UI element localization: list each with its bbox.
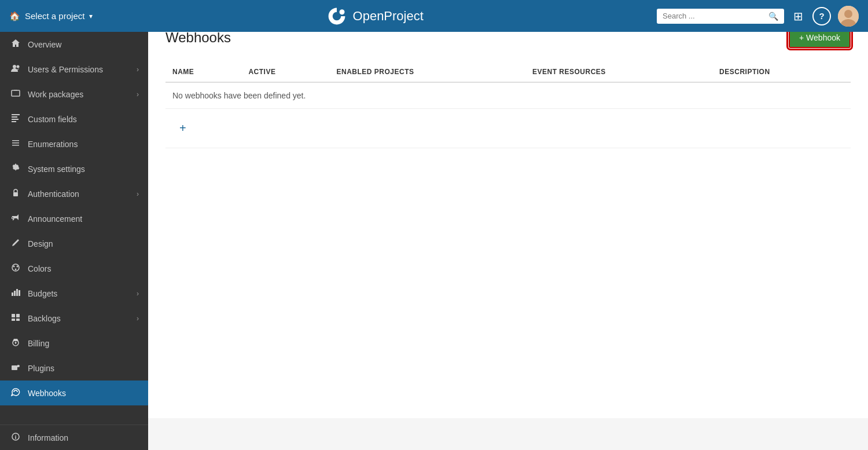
svg-rect-14 xyxy=(13,192,18,196)
table-header-active: ACTIVE xyxy=(241,62,329,82)
sidebar-item-label-overview: Overview xyxy=(28,40,139,49)
app-name-label: OpenProject xyxy=(353,9,424,24)
plugins-icon xyxy=(9,363,22,374)
svg-rect-12 xyxy=(12,142,19,144)
svg-rect-25 xyxy=(12,319,15,321)
sidebar-item-work-packages[interactable]: Work packages › xyxy=(0,82,148,107)
top-header: 🏠 Select a project ▾ OpenProject 🔍 ⊞ ? xyxy=(0,0,868,32)
search-icon: 🔍 xyxy=(768,12,778,21)
sidebar-item-authentication[interactable]: Authentication › xyxy=(0,181,148,206)
main-content: Administration ▶ Webhooks Webhooks + Web… xyxy=(148,0,868,418)
backlogs-icon xyxy=(9,313,22,324)
sidebar-item-webhooks[interactable]: Webhooks xyxy=(0,381,148,405)
svg-point-0 xyxy=(339,9,344,14)
arrow-icon: › xyxy=(137,190,139,198)
sidebar-item-label-plugins: Plugins xyxy=(28,364,139,373)
svg-rect-11 xyxy=(12,140,19,141)
svg-rect-22 xyxy=(19,290,20,296)
home-icon: 🏠 xyxy=(9,11,20,21)
sidebar-item-label-work-packages: Work packages xyxy=(28,90,137,99)
sidebar-item-colors[interactable]: Colors xyxy=(0,256,148,281)
svg-point-18 xyxy=(15,269,17,270)
work-packages-icon xyxy=(9,89,22,100)
colors-icon xyxy=(9,263,22,274)
svg-rect-10 xyxy=(12,121,16,122)
webhooks-table: NAMEACTIVEENABLED PROJECTSEVENT RESOURCE… xyxy=(165,62,851,148)
svg-point-16 xyxy=(13,266,15,268)
svg-point-2 xyxy=(844,10,852,18)
sidebar-item-label-enumerations: Enumerations xyxy=(28,140,139,149)
help-icon: ? xyxy=(819,11,824,21)
webhooks-icon xyxy=(9,387,22,398)
user-avatar[interactable] xyxy=(838,6,859,27)
sidebar-item-backlogs[interactable]: Backlogs › xyxy=(0,306,148,331)
sidebar-item-enumerations[interactable]: Enumerations xyxy=(0,131,148,156)
table-header-enabled-projects: ENABLED PROJECTS xyxy=(330,62,525,82)
sidebar-item-announcement[interactable]: Announcement xyxy=(0,206,148,231)
arrow-icon: › xyxy=(137,65,139,74)
openproject-logo-icon xyxy=(326,6,347,27)
authentication-icon xyxy=(9,188,22,199)
table-body: No webhooks have been defined yet. + xyxy=(165,82,851,148)
sidebar-item-custom-fields[interactable]: Custom fields xyxy=(0,107,148,131)
svg-rect-23 xyxy=(12,314,15,317)
billing-icon xyxy=(9,338,22,349)
table-header: NAMEACTIVEENABLED PROJECTSEVENT RESOURCE… xyxy=(165,62,851,82)
sidebar-item-label-design: Design xyxy=(28,239,139,248)
svg-point-5 xyxy=(17,65,20,68)
sidebar-item-label-backlogs: Backlogs xyxy=(28,314,137,323)
users-permissions-icon xyxy=(9,64,22,75)
search-box[interactable]: 🔍 xyxy=(657,9,784,24)
search-input[interactable] xyxy=(663,12,765,20)
sidebar-item-label-announcement: Announcement xyxy=(28,214,139,224)
sidebar-item-plugins[interactable]: Plugins xyxy=(0,356,148,381)
sidebar-item-label-budgets: Budgets xyxy=(28,289,137,298)
sidebar-item-label-webhooks: Webhooks xyxy=(28,389,139,398)
app-logo-area: OpenProject xyxy=(326,6,424,27)
sidebar-item-billing[interactable]: Billing xyxy=(0,331,148,356)
enumerations-icon xyxy=(9,138,22,149)
svg-rect-21 xyxy=(16,289,18,296)
sidebar-item-label-billing: Billing xyxy=(28,339,139,348)
sidebar-item-system-settings[interactable]: System settings xyxy=(0,156,148,181)
header-actions: 🔍 ⊞ ? xyxy=(657,6,859,27)
project-selector[interactable]: 🏠 Select a project ▾ xyxy=(9,11,93,21)
avatar-image xyxy=(838,6,859,27)
sidebar-item-overview[interactable]: Overview xyxy=(0,32,148,57)
table-header-description: DESCRIPTION xyxy=(712,62,851,82)
sidebar-item-label-users-permissions: Users & Permissions xyxy=(28,65,137,74)
sidebar: Overview Users & Permissions › Work pack… xyxy=(0,32,148,418)
svg-rect-19 xyxy=(12,292,13,296)
empty-message: No webhooks have been defined yet. xyxy=(165,82,851,109)
sidebar-item-label-custom-fields: Custom fields xyxy=(28,115,139,124)
system-settings-icon xyxy=(9,163,22,174)
design-icon xyxy=(9,238,22,249)
table-header-name: NAME xyxy=(165,62,241,82)
svg-rect-7 xyxy=(12,114,20,115)
overview-icon xyxy=(9,39,22,50)
arrow-icon: › xyxy=(137,90,139,98)
page-title: Webhooks xyxy=(165,30,231,46)
svg-rect-24 xyxy=(16,314,20,317)
table-row-empty: No webhooks have been defined yet. xyxy=(165,82,851,109)
svg-rect-20 xyxy=(14,291,16,296)
grid-menu-button[interactable]: ⊞ xyxy=(791,7,806,25)
sidebar-item-design[interactable]: Design xyxy=(0,231,148,256)
svg-rect-8 xyxy=(12,116,17,118)
help-button[interactable]: ? xyxy=(812,7,831,25)
sidebar-item-label-system-settings: System settings xyxy=(28,164,139,174)
sidebar-item-label-authentication: Authentication xyxy=(28,189,137,199)
budgets-icon xyxy=(9,288,22,299)
sidebar-item-users-permissions[interactable]: Users & Permissions › xyxy=(0,57,148,82)
custom-fields-icon xyxy=(9,114,22,125)
svg-rect-9 xyxy=(12,119,19,120)
svg-rect-6 xyxy=(12,90,20,96)
arrow-icon: › xyxy=(137,314,139,323)
sidebar-item-label-colors: Colors xyxy=(28,264,139,273)
announcement-icon xyxy=(9,213,22,224)
add-row-button[interactable]: + xyxy=(172,117,193,140)
svg-point-4 xyxy=(13,65,16,68)
project-selector-label: Select a project xyxy=(25,11,84,21)
sidebar-item-budgets[interactable]: Budgets › xyxy=(0,281,148,306)
arrow-icon: › xyxy=(137,290,139,298)
